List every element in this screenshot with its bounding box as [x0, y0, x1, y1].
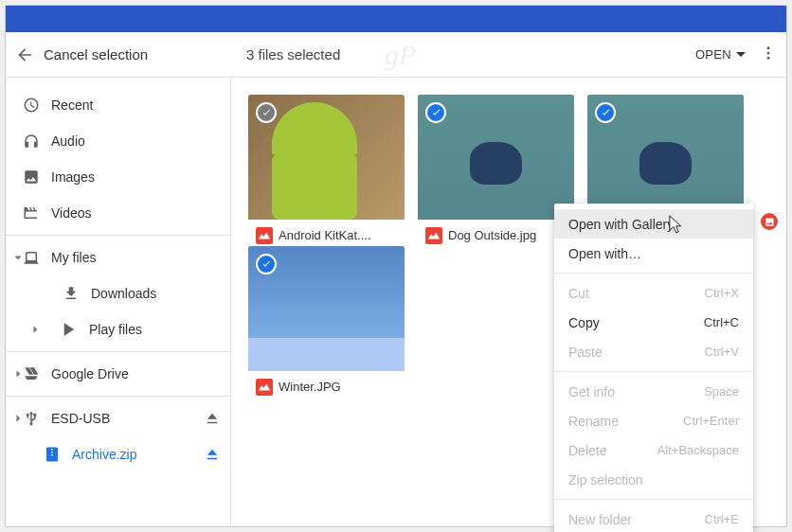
more-options-button[interactable]: [760, 44, 777, 65]
chevron-right-icon: [9, 365, 27, 382]
ctx-paste: PasteCtrl+V: [554, 337, 753, 366]
svg-point-2: [767, 46, 770, 49]
context-menu: Open with Gallery Open with… CutCtrl+X C…: [554, 204, 753, 532]
ctx-copy[interactable]: CopyCtrl+C: [554, 308, 753, 337]
chevron-down-icon: [9, 249, 27, 266]
sidebar-item-videos[interactable]: Videos: [6, 195, 230, 231]
open-dropdown-button[interactable]: OPEN: [695, 47, 746, 62]
ctx-delete: DeleteAlt+Backspace: [554, 435, 753, 465]
eject-icon[interactable]: [204, 446, 221, 463]
sidebar-label: ESD-USB: [51, 411, 110, 426]
sidebar-item-archive[interactable]: Archive.zip: [6, 436, 230, 472]
more-vert-icon: [760, 44, 777, 62]
selection-check[interactable]: [256, 254, 277, 275]
ctx-separator: [554, 499, 753, 500]
file-label-bar: Dog Outside.jpg: [418, 220, 574, 251]
sidebar-label: Archive.zip: [72, 447, 136, 462]
chevron-right-icon: [27, 321, 44, 338]
file-tile[interactable]: Android KitKat....: [248, 95, 405, 251]
ctx-getinfo: Get infoSpace: [554, 377, 753, 406]
headphones-icon: [23, 133, 40, 150]
sidebar-label: Downloads: [91, 286, 156, 301]
sidebar-item-esdusb[interactable]: ESD-USB: [6, 400, 230, 436]
sidebar-label: Audio: [51, 133, 85, 149]
selection-count: 3 files selected: [246, 46, 340, 62]
ctx-zip: Zip selection: [554, 465, 753, 494]
sidebar-label: My files: [51, 250, 96, 265]
clock-icon: [23, 97, 40, 114]
cancel-selection-button[interactable]: Cancel selection: [15, 45, 148, 64]
svg-point-3: [767, 51, 770, 54]
image-file-icon: [425, 227, 442, 244]
sidebar-divider: [6, 351, 230, 352]
movie-icon: [23, 204, 40, 222]
ctx-separator: [554, 273, 753, 274]
sidebar-label: Play files: [89, 322, 142, 337]
sidebar-item-images[interactable]: Images: [6, 159, 230, 195]
file-name: Dog Outside.jpg: [448, 228, 536, 242]
file-name: Winter.JPG: [279, 380, 341, 394]
image-file-icon: [256, 379, 273, 396]
ctx-open-gallery[interactable]: Open with Gallery: [554, 209, 753, 239]
files-app-window: Cancel selection 3 files selected gP OPE…: [5, 5, 787, 527]
file-label-bar: Winter.JPG: [248, 371, 405, 402]
file-tile[interactable]: Dog Outside.jpg: [418, 95, 574, 251]
svg-point-4: [767, 56, 770, 59]
caret-down-icon: [736, 50, 746, 60]
watermark: gP: [385, 39, 416, 71]
ctx-rename: RenameCtrl+Enter: [554, 406, 753, 435]
sidebar-label: Videos: [51, 205, 92, 221]
sidebar-label: Images: [51, 169, 95, 185]
image-file-icon: [256, 227, 273, 244]
arrow-back-icon: [15, 45, 34, 64]
sidebar-item-playfiles[interactable]: Play files: [6, 311, 230, 347]
download-icon: [63, 285, 80, 302]
sidebar-item-audio[interactable]: Audio: [6, 123, 230, 159]
selection-check[interactable]: [256, 102, 277, 123]
ctx-newfolder: New folderCtrl+E: [554, 505, 753, 532]
play-icon: [61, 321, 78, 338]
selection-check[interactable]: [595, 102, 616, 123]
ctx-separator: [554, 371, 753, 372]
sidebar-divider: [6, 235, 230, 236]
archive-icon: [44, 446, 61, 463]
sidebar-item-downloads[interactable]: Downloads: [6, 275, 230, 311]
open-label: OPEN: [695, 47, 731, 62]
sidebar-item-recent[interactable]: Recent: [6, 87, 230, 123]
sidebar-divider: [6, 396, 230, 397]
selection-check[interactable]: [425, 102, 446, 123]
sidebar-label: Google Drive: [51, 366, 129, 381]
chevron-right-icon: [9, 410, 27, 427]
ctx-open-with[interactable]: Open with…: [554, 239, 753, 268]
sidebar-item-myfiles[interactable]: My files: [6, 239, 230, 275]
file-name: Android KitKat....: [279, 228, 371, 242]
file-tile[interactable]: [587, 95, 744, 220]
sidebar: Recent Audio Images Videos My files: [6, 78, 231, 526]
cancel-selection-label: Cancel selection: [44, 46, 148, 62]
toolbar: Cancel selection 3 files selected gP OPE…: [6, 32, 786, 78]
image-icon: [23, 168, 40, 186]
file-tile[interactable]: Winter.JPG: [248, 246, 405, 402]
gallery-app-icon: [761, 213, 778, 230]
sidebar-item-gdrive[interactable]: Google Drive: [6, 356, 230, 392]
eject-icon[interactable]: [204, 410, 221, 427]
window-titlebar: [6, 6, 786, 32]
sidebar-label: Recent: [51, 98, 93, 113]
ctx-cut: CutCtrl+X: [554, 278, 753, 308]
